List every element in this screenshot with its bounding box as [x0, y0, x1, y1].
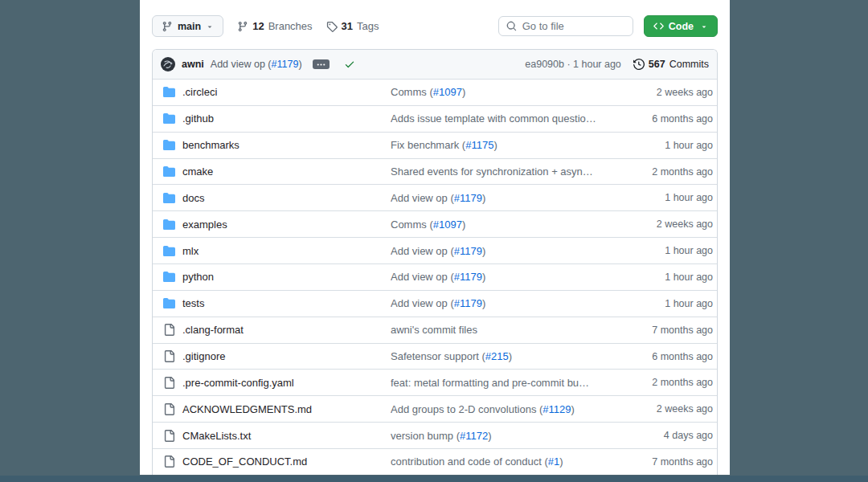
- tags-count: 31: [342, 20, 353, 32]
- commit-date-cell[interactable]: 1 hour ago: [596, 140, 717, 151]
- file-name-cell: docs: [153, 192, 391, 204]
- commit-expand-button[interactable]: [313, 59, 330, 69]
- commit-author[interactable]: awni: [182, 59, 204, 70]
- commit-date-cell[interactable]: 2 weeks ago: [596, 219, 717, 230]
- file-name-link[interactable]: CODE_OF_CONDUCT.md: [182, 455, 307, 468]
- commit-message-cell[interactable]: version bump (#1172): [391, 430, 596, 442]
- commit-date-cell[interactable]: 1 hour ago: [596, 298, 717, 309]
- commit-date-cell[interactable]: 7 months ago: [596, 456, 717, 468]
- row-commit-message-suffix: ): [482, 192, 485, 204]
- commit-history-link[interactable]: 567 Commits: [633, 59, 709, 70]
- commit-date-cell[interactable]: 2 months ago: [596, 166, 717, 178]
- row-pr-link[interactable]: #215: [485, 350, 509, 362]
- file-name-link[interactable]: cmake: [182, 165, 213, 178]
- file-name-link[interactable]: docs: [182, 192, 204, 204]
- row-pr-link[interactable]: #1179: [454, 297, 482, 309]
- avatar[interactable]: [161, 57, 175, 71]
- git-branch-icon: [162, 21, 173, 32]
- file-name-link[interactable]: .pre-commit-config.yaml: [182, 377, 294, 389]
- latest-commit-left: awni Add view op (#1179): [161, 57, 355, 71]
- row-commit-message: Shared events for synchronization + asyn…: [391, 165, 596, 178]
- branches-link[interactable]: 12 Branches: [237, 20, 312, 32]
- folder-icon: [163, 245, 175, 257]
- commit-message-cell[interactable]: Safetensor support (#215): [391, 350, 596, 362]
- row-pr-link[interactable]: #1175: [465, 139, 493, 151]
- tags-link[interactable]: 31 Tags: [326, 20, 379, 32]
- commit-message-cell[interactable]: Add groups to 2-D convolutions (#1129): [391, 403, 596, 415]
- file-name-link[interactable]: tests: [182, 297, 204, 309]
- commits-count: 567: [649, 59, 665, 70]
- commit-date-cell[interactable]: 1 hour ago: [596, 272, 717, 283]
- row-commit-message: Add view op (: [391, 297, 454, 309]
- file-name-cell: .clang-format: [153, 324, 391, 336]
- commit-date-cell[interactable]: 2 weeks ago: [596, 403, 717, 415]
- row-pr-link[interactable]: #1172: [460, 430, 488, 442]
- go-to-file-search[interactable]: [498, 16, 633, 36]
- row-pr-link[interactable]: #1097: [433, 86, 462, 98]
- row-commit-message-suffix: ): [482, 271, 485, 283]
- row-pr-link[interactable]: #1097: [433, 219, 462, 231]
- commit-date-cell[interactable]: 7 months ago: [596, 325, 717, 336]
- row-commit-message-suffix: ): [462, 219, 465, 231]
- commit-date-cell[interactable]: 1 hour ago: [596, 192, 717, 203]
- commit-date-cell[interactable]: 6 months ago: [596, 113, 717, 125]
- file-name-cell: mlx: [153, 245, 391, 257]
- folder-icon: [163, 86, 175, 98]
- file-name-link[interactable]: mlx: [182, 245, 199, 257]
- table-row: benchmarks Fix benchmark (#1175) 1 hour …: [153, 132, 717, 158]
- file-name-link[interactable]: ACKNOWLEDGMENTS.md: [182, 403, 312, 415]
- search-icon: [506, 21, 517, 31]
- commit-message-cell[interactable]: Fix benchmark (#1175): [391, 139, 596, 151]
- commit-message-cell[interactable]: Comms (#1097): [391, 219, 596, 231]
- file-name-link[interactable]: examples: [182, 219, 227, 231]
- commit-message-cell[interactable]: Comms (#1097): [391, 86, 596, 98]
- row-pr-link[interactable]: #1129: [542, 403, 571, 415]
- row-commit-message-suffix: ): [571, 403, 575, 415]
- commit-message-cell[interactable]: Add view op (#1179): [391, 297, 596, 309]
- file-name-link[interactable]: .clang-format: [182, 324, 244, 336]
- search-input[interactable]: [522, 20, 625, 32]
- commit-message-cell[interactable]: Add view op (#1179): [391, 192, 596, 204]
- file-name-link[interactable]: .circleci: [182, 86, 217, 98]
- row-commit-message-suffix: ): [462, 86, 465, 98]
- row-pr-link[interactable]: #1179: [454, 192, 482, 204]
- chevron-down-icon: [206, 22, 214, 31]
- commit-message-cell[interactable]: Add view op (#1179): [391, 271, 596, 283]
- file-name-link[interactable]: python: [182, 271, 214, 283]
- commit-message-cell[interactable]: contribution and code of conduct (#1): [391, 455, 596, 468]
- commit-date-cell[interactable]: 6 months ago: [596, 351, 717, 362]
- code-button[interactable]: Code: [644, 15, 718, 37]
- row-pr-link[interactable]: #1179: [454, 245, 482, 257]
- file-name-link[interactable]: benchmarks: [182, 139, 240, 151]
- row-pr-link[interactable]: #1179: [454, 271, 482, 283]
- file-name-link[interactable]: .github: [182, 112, 214, 125]
- commit-message-cell[interactable]: Adds issue template with common question…: [391, 112, 596, 125]
- file-name-cell: .pre-commit-config.yaml: [153, 377, 391, 389]
- row-pr-link[interactable]: #1: [548, 455, 559, 468]
- commit-date-cell[interactable]: 4 days ago: [596, 430, 717, 441]
- file-name-cell: benchmarks: [153, 139, 391, 151]
- toolbar-right: Code: [498, 15, 718, 37]
- commit-pr-link[interactable]: #1179: [272, 59, 299, 70]
- file-icon: [163, 403, 175, 415]
- commit-message-cell[interactable]: Shared events for synchronization + asyn…: [391, 165, 596, 178]
- history-clock-icon: [633, 59, 645, 70]
- commit-message-cell[interactable]: Add view op (#1179): [391, 245, 596, 257]
- file-name-link[interactable]: CMakeLists.txt: [182, 430, 251, 442]
- folder-icon: [163, 297, 175, 309]
- commit-message[interactable]: Add view op (#1179): [211, 59, 302, 70]
- tag-icon: [326, 21, 338, 32]
- row-commit-message-suffix: ): [559, 455, 563, 468]
- commit-date-cell[interactable]: 1 hour ago: [596, 245, 717, 256]
- table-row: mlx Add view op (#1179) 1 hour ago: [153, 237, 717, 263]
- commit-date-cell[interactable]: 2 weeks ago: [596, 87, 717, 98]
- commit-message-cell[interactable]: awni's commit files: [391, 324, 596, 336]
- file-name-link[interactable]: .gitignore: [182, 350, 225, 362]
- row-commit-message: Adds issue template with common question…: [391, 112, 596, 125]
- row-commit-message-suffix: ): [482, 245, 485, 257]
- file-name-cell: .github: [153, 112, 391, 125]
- branch-selector-button[interactable]: main: [152, 15, 223, 37]
- commit-message-cell[interactable]: feat: metal formatting and pre-commit bu…: [391, 377, 596, 389]
- checks-status-success-icon[interactable]: [344, 59, 355, 70]
- commit-date-cell[interactable]: 2 months ago: [596, 377, 717, 388]
